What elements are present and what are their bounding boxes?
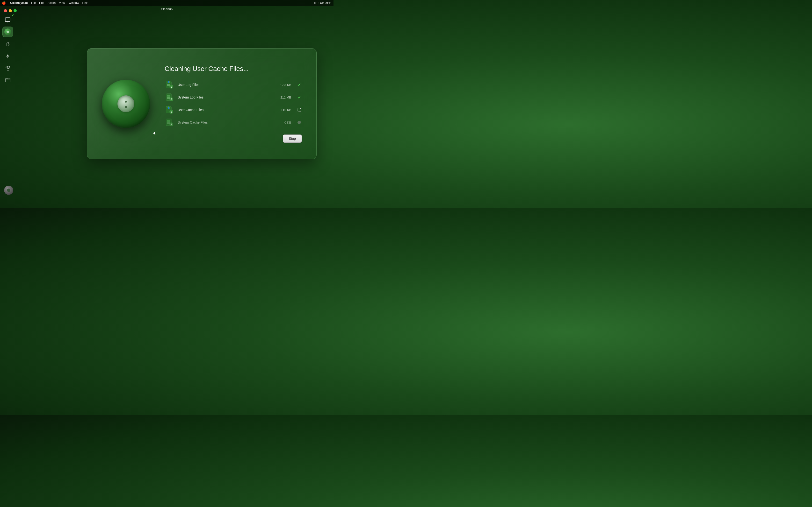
dock-inner-icon bbox=[7, 188, 10, 192]
menu-file[interactable]: File bbox=[31, 1, 36, 5]
lightning-icon bbox=[5, 53, 11, 59]
svg-text:⚙: ⚙ bbox=[170, 86, 172, 88]
svg-text:⚙: ⚙ bbox=[170, 98, 172, 101]
svg-text:👤: 👤 bbox=[167, 81, 170, 83]
right-content: Cleaning User Cache Files... ⚙ 👤 bbox=[164, 65, 302, 143]
menu-datetime: Fri 18 Oct 09:44 bbox=[312, 1, 332, 4]
scan-icon bbox=[5, 17, 11, 23]
checkmark-icon: ✓ bbox=[12, 13, 14, 17]
item-status-user-cache bbox=[297, 107, 302, 113]
ball-small-icon bbox=[4, 29, 11, 35]
item-size-system-cache: 0 KB bbox=[285, 121, 291, 124]
check-icon: ✓ bbox=[298, 82, 301, 87]
menu-view[interactable]: View bbox=[59, 1, 65, 5]
item-size-system-log: 211 MB bbox=[280, 96, 291, 99]
svg-text:👤: 👤 bbox=[167, 107, 170, 109]
svg-text:⚙: ⚙ bbox=[170, 111, 172, 113]
sidebar-item-applications[interactable] bbox=[2, 63, 13, 73]
sidebar-item-smart-scan[interactable]: ✓ bbox=[2, 14, 13, 25]
ball-inner bbox=[117, 95, 134, 112]
item-status-user-log: ✓ bbox=[297, 82, 302, 88]
ball-inner-icon bbox=[6, 31, 9, 33]
item-name-user-log: User Log Files bbox=[177, 83, 277, 87]
menu-help[interactable]: Help bbox=[83, 1, 89, 5]
menu-window[interactable]: Window bbox=[69, 1, 79, 5]
svg-text:⚙: ⚙ bbox=[170, 123, 172, 126]
menu-bar: 🍎 CleanMyMac File Edit Action View Windo… bbox=[0, 0, 334, 6]
svg-rect-0 bbox=[5, 18, 10, 21]
spinner-icon bbox=[297, 107, 302, 112]
sidebar-item-privacy[interactable] bbox=[2, 39, 13, 49]
ball-container bbox=[102, 80, 150, 128]
sidebar-item-cleanup[interactable] bbox=[2, 26, 13, 37]
stop-button[interactable]: Stop bbox=[283, 134, 302, 143]
menu-bar-left: 🍎 CleanMyMac File Edit Action View Windo… bbox=[2, 1, 88, 5]
item-size-user-log: 12,3 KB bbox=[280, 83, 291, 87]
user-cache-files-icon: ⚙ 👤 bbox=[164, 105, 174, 115]
svg-rect-18 bbox=[167, 95, 170, 97]
minimize-button[interactable] bbox=[9, 9, 12, 12]
sidebar-item-files[interactable] bbox=[2, 75, 13, 86]
list-item: ⚙ System Log Files 211 MB ✓ bbox=[164, 93, 302, 102]
apps-icon bbox=[5, 65, 11, 71]
close-button[interactable] bbox=[4, 9, 7, 12]
item-status-system-log: ✓ bbox=[297, 95, 302, 100]
menu-edit[interactable]: Edit bbox=[39, 1, 44, 5]
apple-logo-icon[interactable]: 🍎 bbox=[2, 1, 6, 5]
sidebar: ✓ bbox=[2, 14, 13, 86]
item-name-user-cache: User Cache Files bbox=[177, 108, 277, 112]
item-size-user-cache: 115 KB bbox=[281, 108, 291, 112]
list-item: ⚙ System Cache Files 0 KB bbox=[164, 118, 302, 127]
ball-hole-top bbox=[125, 101, 127, 103]
check-icon-2: ✓ bbox=[298, 95, 301, 100]
item-list: ⚙ 👤 User Log Files 12,3 KB ✓ bbox=[164, 80, 302, 127]
system-log-files-icon: ⚙ bbox=[164, 93, 174, 102]
menu-action[interactable]: Action bbox=[48, 1, 56, 5]
menu-bar-right: Fri 18 Oct 09:44 bbox=[312, 1, 332, 4]
item-status-system-cache bbox=[297, 120, 302, 125]
list-item: ⚙ 👤 User Log Files 12,3 KB ✓ bbox=[164, 80, 302, 90]
maximize-button[interactable] bbox=[13, 9, 17, 12]
traffic-lights bbox=[4, 9, 17, 12]
item-name-system-log: System Log Files bbox=[177, 95, 277, 99]
system-cache-files-icon: ⚙ bbox=[164, 118, 174, 127]
cleaning-title: Cleaning User Cache Files... bbox=[164, 65, 302, 73]
list-item: ⚙ 👤 User Cache Files 115 KB bbox=[164, 105, 302, 115]
user-log-files-icon: ⚙ 👤 bbox=[164, 80, 174, 90]
ball-hole-bottom bbox=[125, 106, 127, 108]
pending-dot-icon bbox=[298, 121, 301, 124]
folder-icon bbox=[5, 77, 11, 83]
menu-app-name[interactable]: CleanMyMac bbox=[10, 1, 28, 5]
sidebar-item-speed[interactable] bbox=[2, 51, 13, 61]
dock-icon bbox=[4, 186, 13, 195]
main-panel: Cleaning User Cache Files... ⚙ 👤 bbox=[87, 48, 317, 159]
dock-item[interactable] bbox=[3, 185, 14, 195]
svg-point-4 bbox=[6, 67, 7, 68]
svg-rect-34 bbox=[167, 120, 170, 122]
window-title: Cleanup bbox=[161, 7, 172, 11]
hand-icon bbox=[5, 41, 11, 47]
item-name-system-cache: System Cache Files bbox=[177, 120, 281, 124]
bowling-ball-icon bbox=[102, 80, 150, 128]
